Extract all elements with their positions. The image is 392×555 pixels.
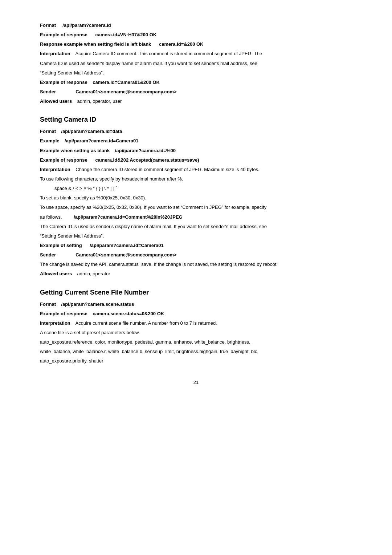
s2-format-label: Format <box>40 301 56 307</box>
s1-interpretation-label: Interpretation <box>40 167 70 172</box>
s1-text3-content: To use space, specify as %20(0x25, 0x32,… <box>40 204 266 210</box>
s2-example-response-label: Example of response <box>40 311 87 316</box>
s1-example-response-line: Example of response camera.id&202 Accept… <box>40 157 352 164</box>
s1-example-setting-line: Example of setting /api/param?camera.id=… <box>40 242 352 249</box>
s2-params: auto_exposure.reference, color, monitort… <box>40 339 352 346</box>
allowed-users-line: Allowed users admin, operator, user <box>40 98 352 105</box>
s1-text7-content: The change is saved by the API, camera.s… <box>40 262 278 267</box>
s1-text3: To use space, specify as %20(0x25, 0x32,… <box>40 204 352 211</box>
s2-interpretation-label: Interpretation <box>40 320 70 326</box>
s2-example-response-value: camera.scene.status=0&200 OK <box>93 311 164 316</box>
example-response-line: Example of response camera.id=VN-H37&200… <box>40 31 352 39</box>
response-blank-value: camera.id=&200 OK <box>159 41 203 47</box>
s2-format-value: /api/param?camera.scene.status <box>61 301 134 307</box>
s2-params3: auto_exposure.priority, shutter <box>40 357 352 365</box>
interpretation-text: Acquire Camera ID comment. This comment … <box>75 51 262 56</box>
s1-text7: The change is saved by the API, camera.s… <box>40 261 352 268</box>
s2-example-response-line: Example of response camera.scene.status=… <box>40 310 352 317</box>
s2-interpretation-text: Acquire current scene file number. A num… <box>75 320 217 326</box>
response-blank-label: Response example when setting field is l… <box>40 41 151 47</box>
example-response-value: camera.id=VN-H37&200 OK <box>95 32 156 37</box>
example-response2-label: Example of response <box>40 80 87 85</box>
s1-example-setting-value: /api/param?camera.id=Camera01 <box>90 243 163 248</box>
s1-example-response-label: Example of response <box>40 157 87 163</box>
s1-example-label: Example <box>40 138 59 143</box>
s1-text5: The Camera ID is used as sender's displa… <box>40 223 352 230</box>
s1-format-line: Format /api/param?camera.id=data <box>40 128 352 135</box>
s1-code-chars: space & / < > # % " { } | \ ^ [ ] ` <box>54 185 352 192</box>
format-label: Format <box>40 23 56 28</box>
s1-text6-content: “Setting Sender Mail Address”. <box>40 233 104 239</box>
s1-example-blank-value: /api/param?camera.id=%00 <box>115 148 176 153</box>
interpretation-label: Interpretation <box>40 51 70 56</box>
s1-text4-value: /api/param?camera.id=Comment%20In%20JPEG <box>74 214 182 220</box>
s2-text1: A scene file is a set of preset paramete… <box>40 329 352 336</box>
s2-params2: white_balance, white_balance.r, white_ba… <box>40 348 352 355</box>
example-response-label: Example of response <box>40 32 87 37</box>
s1-interpretation-line: Interpretation Change the camera ID stor… <box>40 166 352 173</box>
s2-format-line: Format /api/param?camera.scene.status <box>40 301 352 308</box>
interpretation-block: Interpretation Acquire Camera ID comment… <box>40 50 352 57</box>
sender-value: Camera01<somename@somecompany.com> <box>75 89 176 94</box>
s1-text6: “Setting Sender Mail Address”. <box>40 232 352 240</box>
s1-allowed-value: admin, operator <box>77 271 110 276</box>
s1-example-blank-label: Example when setting as blank <box>40 148 110 153</box>
sender-label: Sender <box>40 89 56 94</box>
s2-interpretation-line: Interpretation Acquire current scene fil… <box>40 320 352 327</box>
s2-text1-content: A scene file is a set of preset paramete… <box>40 330 140 335</box>
s2-params3-content: auto_exposure.priority, shutter <box>40 358 103 364</box>
interpretation-line2: Camera ID is used as sender's display na… <box>40 60 352 67</box>
interpretation-text3: “Setting Sender Mail Address”. <box>40 70 104 76</box>
page: Format /api/param?camera.id Example of r… <box>0 0 392 555</box>
s1-text5-content: The Camera ID is used as sender's displa… <box>40 224 267 229</box>
s1-example-response-value: camera.id&202 Accepted(camera.status=sav… <box>95 157 199 163</box>
getting-scene-file-heading: Getting Current Scene File Number <box>40 289 352 296</box>
allowed-users-value: admin, operator, user <box>77 98 122 104</box>
s1-sender-value: Camera01<somename@somecompany.com> <box>75 252 176 258</box>
s1-example-value: /api/param?camera.id=Camera01 <box>65 138 138 143</box>
s1-sender-label: Sender <box>40 252 56 258</box>
allowed-users-label: Allowed users <box>40 98 72 104</box>
format-value: /api/param?camera.id <box>62 23 111 28</box>
s1-text4-line: as follows. /api/param?camera.id=Comment… <box>40 214 352 221</box>
interpretation-text2: Camera ID is used as sender's display na… <box>40 61 257 66</box>
s1-text2-content: To set as blank, specify as %00(0x25, 0x… <box>40 195 146 200</box>
setting-camera-id-heading: Setting Camera ID <box>40 116 352 123</box>
interpretation-line3: “Setting Sender Mail Address”. <box>40 69 352 77</box>
s1-text2: To set as blank, specify as %00(0x25, 0x… <box>40 194 352 202</box>
s1-code-chars-content: space & / < > # % " { } | \ ^ [ ] ` <box>54 186 117 191</box>
example-response2-value: camera.id=Camera01&200 OK <box>93 80 160 85</box>
example-response2-line: Example of response camera.id=Camera01&2… <box>40 79 352 86</box>
getting-scene-file-section: Getting Current Scene File Number Format… <box>40 289 352 365</box>
s1-allowed-line: Allowed users admin, operator <box>40 270 352 278</box>
s1-example-blank-line: Example when setting as blank /api/param… <box>40 147 352 154</box>
s1-example-setting-label: Example of setting <box>40 243 82 248</box>
s1-format-value: /api/param?camera.id=data <box>61 129 122 134</box>
page-number: 21 <box>40 380 352 385</box>
s1-text1: To use following characters, specify by … <box>40 175 352 183</box>
s2-params2-content: white_balance, white_balance.r, white_ba… <box>40 349 258 354</box>
s1-format-label: Format <box>40 129 56 134</box>
s1-allowed-label: Allowed users <box>40 271 72 276</box>
format-line: Format /api/param?camera.id <box>40 22 352 29</box>
s1-sender-line: Sender Camera01<somename@somecompany.com… <box>40 251 352 259</box>
s1-text4-label: as follows. <box>40 214 62 220</box>
setting-camera-id-section: Setting Camera ID Format /api/param?came… <box>40 116 352 278</box>
s1-interpretation-text: Change the camera ID stored in comment s… <box>75 167 260 172</box>
s1-text1-content: To use following characters, specify by … <box>40 176 183 182</box>
response-blank-line: Response example when setting field is l… <box>40 41 352 48</box>
s1-example-line: Example /api/param?camera.id=Camera01 <box>40 137 352 145</box>
s2-params-content: auto_exposure.reference, color, monitort… <box>40 339 250 345</box>
sender-line: Sender Camera01<somename@somecompany.com… <box>40 88 352 96</box>
top-section: Format /api/param?camera.id Example of r… <box>40 22 352 105</box>
